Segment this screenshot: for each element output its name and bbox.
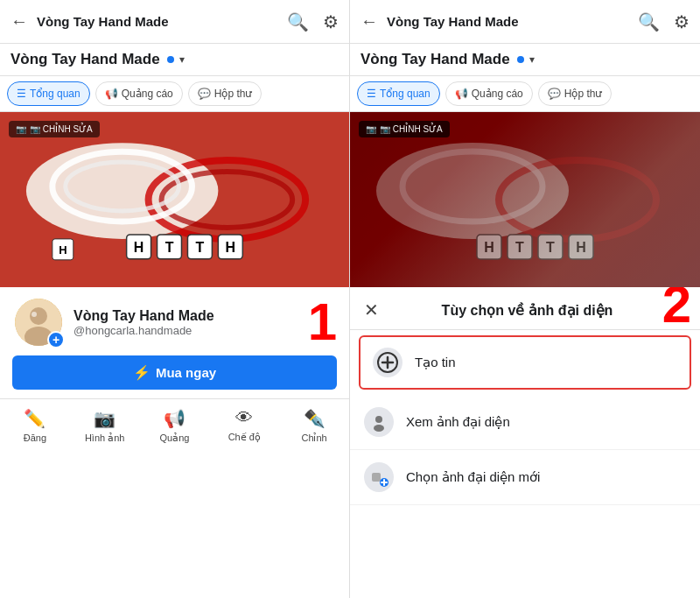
right-taothin-icon [373,348,402,377]
right-tab-quangcao-label: Quảng cáo [472,88,523,100]
left-tab-tonquan[interactable]: ☰ Tổng quan [7,81,90,106]
left-nav-icons: 🔍 ⚙ [287,11,339,32]
left-panel: ← Vòng Tay Hand Made 🔍 ⚙ Vòng Tay Hand M… [0,0,350,598]
right-sheet-title: Tùy chọn về ảnh đại diện [389,302,686,319]
left-profile-section: + Vòng Tay Hand Made @hongcarla.handmade… [0,287,349,398]
right-tab-quangcao[interactable]: 📢 Quảng cáo [445,81,533,106]
svg-text:T: T [515,240,524,255]
right-tab-hopthur-icon: 💬 [548,88,561,100]
left-tab-quangcao-icon: 📢 [105,88,118,100]
left-tab-hopthur-label: Hộp thư [214,88,253,100]
left-dang-label: Đăng [24,433,46,443]
left-action-quang[interactable]: 📢 Quảng [140,408,210,444]
right-sheet-header: ✕ Tùy chọn về ảnh đại diện 2 [350,287,700,330]
left-chinh-label: Chỉnh [301,433,326,444]
left-action-chedo[interactable]: 👁 Chế độ [209,408,279,444]
svg-text:T: T [165,240,174,255]
left-notification-dot [167,56,174,63]
right-dropdown-arrow-icon[interactable]: ▾ [529,53,535,66]
left-page-name: Vòng Tay Hand Made [10,51,160,68]
svg-text:H: H [59,243,66,257]
svg-point-36 [375,416,382,423]
right-sheet-close-button[interactable]: ✕ [364,299,379,320]
left-tab-hopthur[interactable]: 💬 Hộp thư [188,81,262,106]
left-tab-quangcao[interactable]: 📢 Quảng cáo [95,81,183,106]
right-tab-tonquan-icon: ☰ [367,88,376,100]
left-hinhanh-icon: 📷 [94,408,116,429]
svg-text:H: H [134,240,144,255]
right-settings-icon[interactable]: ⚙ [674,11,690,32]
left-action-chinh[interactable]: ✒️ Chỉnh [279,408,349,444]
right-search-icon[interactable]: 🔍 [638,11,660,32]
left-number-badge: 1 [308,296,337,348]
left-nav-title: Vòng Tay Hand Made [37,14,278,29]
left-sub-nav: Vòng Tay Hand Made ▾ [0,44,349,76]
left-page-name-row: Vòng Tay Hand Made ▾ [10,51,185,68]
left-settings-icon[interactable]: ⚙ [323,11,339,32]
left-search-icon[interactable]: 🔍 [287,11,309,32]
svg-text:T: T [196,240,205,255]
right-number-badge: 2 [662,287,691,331]
right-top-nav: ← Vòng Tay Hand Made 🔍 ⚙ [350,0,700,44]
left-add-story-button[interactable]: + [47,331,65,348]
left-camera-icon: 📷 [16,124,26,134]
right-cover-photo: H T T H 📷 📷 CHỈNH SỬA [350,112,700,287]
svg-point-37 [374,425,384,432]
left-tabs-row: ☰ Tổng quan 📢 Quảng cáo 💬 Hộp thư [0,76,349,112]
left-tab-quangcao-label: Quảng cáo [122,88,173,100]
left-hinhanh-label: Hình ảnh [85,433,125,444]
left-top-nav: ← Vòng Tay Hand Made 🔍 ⚙ [0,0,349,44]
left-dang-icon: ✏️ [24,408,46,429]
left-lightning-icon: ⚡ [133,364,150,381]
left-action-hinhanh[interactable]: 📷 Hình ảnh [70,408,140,444]
left-profile-handle: @hongcarla.handmade [74,324,299,337]
left-action-dang[interactable]: ✏️ Đăng [0,408,70,444]
left-avatar-wrap: + [12,296,65,348]
right-nav-title: Vòng Tay Hand Made [387,14,629,29]
svg-rect-39 [372,473,381,482]
left-edit-cover-label: 📷 CHỈNH SỬA [30,124,93,134]
left-tab-tonquan-icon: ☰ [17,88,26,100]
right-panel: ← Vòng Tay Hand Made 🔍 ⚙ Vòng Tay Hand M… [350,0,700,598]
right-tab-hopthur-label: Hộp thư [564,88,603,100]
left-action-row: ✏️ Đăng 📷 Hình ảnh 📢 Quảng 👁 Chế độ ✒️ C… [0,398,349,447]
left-cover-photo: H T T H H 📷 📷 CHỈNH SỬA [0,112,349,287]
right-tab-hopthur[interactable]: 💬 Hộp thư [538,81,612,106]
right-notification-dot [517,56,524,63]
svg-text:H: H [484,240,494,255]
right-back-button[interactable]: ← [360,11,378,32]
left-chinh-icon: ✒️ [304,408,326,429]
right-xem-icon [364,407,394,437]
right-nav-icons: 🔍 ⚙ [638,11,690,32]
right-camera-icon: 📷 [366,124,376,134]
left-edit-cover-button[interactable]: 📷 📷 CHỈNH SỬA [9,121,100,137]
left-tab-tonquan-label: Tổng quan [30,88,80,100]
left-back-button[interactable]: ← [10,11,28,32]
right-bottom-sheet: ✕ Tùy chọn về ảnh đại diện 2 Tạo tin [350,287,700,598]
svg-point-19 [32,312,37,317]
right-tab-tonquan[interactable]: ☰ Tổng quan [357,81,440,106]
left-chedo-label: Chế độ [228,432,261,443]
right-xem-label: Xem ảnh đại diện [406,414,510,430]
left-profile-info: Vòng Tay Hand Made @hongcarla.handmade [74,308,299,337]
right-sheet-item-taothin[interactable]: Tạo tin [359,335,691,390]
right-tab-tonquan-label: Tổng quan [380,88,430,100]
left-profile-row: + Vòng Tay Hand Made @hongcarla.handmade… [12,296,337,348]
svg-text:T: T [546,240,555,255]
left-buy-now-button[interactable]: ⚡ Mua ngay [12,355,337,390]
left-profile-name: Vòng Tay Hand Made [74,308,299,324]
right-sheet-item-chon[interactable]: Chọn ảnh đại diện mới [350,450,700,505]
svg-text:H: H [576,240,586,255]
right-tabs-row: ☰ Tổng quan 📢 Quảng cáo 💬 Hộp thư [350,76,700,112]
right-sheet-item-xem[interactable]: Xem ảnh đại diện [350,395,700,450]
left-dropdown-arrow-icon[interactable]: ▾ [179,53,185,66]
left-buy-now-label: Mua ngay [156,365,216,380]
right-taothin-label: Tạo tin [415,355,456,370]
left-plus-icon: + [52,333,60,347]
right-sub-nav: Vòng Tay Hand Made ▾ [350,44,700,76]
svg-text:H: H [226,240,236,255]
right-edit-cover-button[interactable]: 📷 📷 CHỈNH SỬA [359,121,450,137]
right-tab-quangcao-icon: 📢 [455,88,468,100]
left-quang-icon: 📢 [164,408,186,429]
right-page-name: Vòng Tay Hand Made [360,51,510,68]
